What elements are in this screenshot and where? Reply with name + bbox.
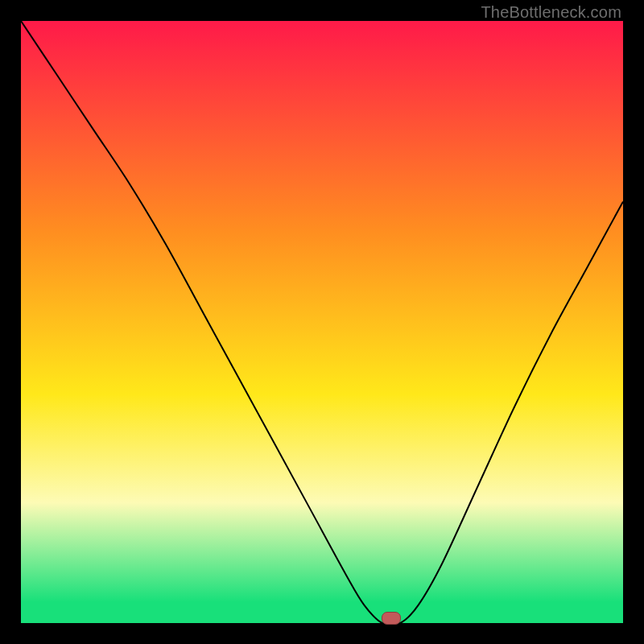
- optimal-point-marker: [382, 612, 401, 625]
- bottleneck-curve: [21, 21, 623, 623]
- chart-frame: { "attribution": "TheBottleneck.com", "c…: [0, 0, 644, 644]
- attribution-text: TheBottleneck.com: [481, 3, 621, 22]
- plot-area: [21, 21, 623, 623]
